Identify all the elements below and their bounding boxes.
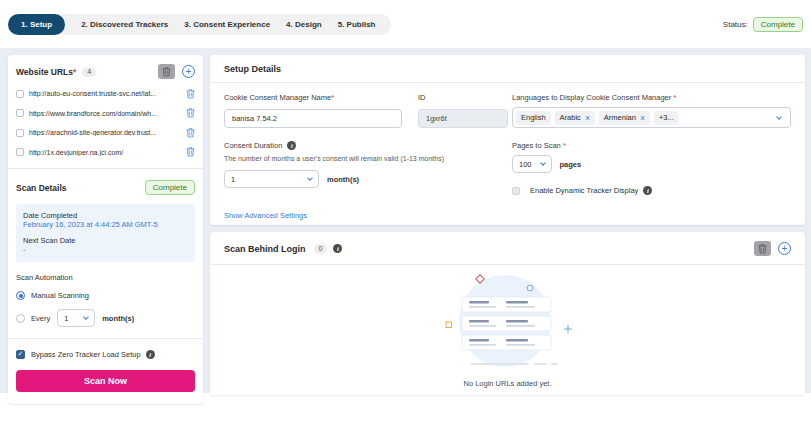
setup-details-panel: Setup Details Cookie Consent Manager Nam… [210, 55, 805, 225]
scan-dates-box: Date Completed February 16, 2023 at 4:44… [16, 204, 195, 262]
setup-stepper: 1. Setup 2. Discovered Trackers 3. Conse… [8, 14, 391, 35]
divider [8, 168, 203, 169]
empty-state-text: No Login URLs added yet. [464, 379, 552, 388]
scheduled-scanning-radio[interactable] [16, 314, 25, 323]
scan-behind-login-title: Scan Behind Login [224, 244, 306, 254]
languages-label: Languages to Display Cookie Consent Mana… [512, 93, 791, 102]
scan-details-header: Scan Details Complete [16, 180, 195, 195]
bypass-zero-tracker-checkbox[interactable] [16, 350, 25, 359]
bypass-zero-tracker-label: Bypass Zero Tracker Load Setup [31, 350, 141, 359]
ccm-id-input [418, 109, 508, 128]
empty-state-illustration [433, 271, 583, 375]
login-urls-empty-state: No Login URLs added yet. [224, 265, 791, 388]
language-overflow-tag[interactable]: +3... [654, 111, 679, 125]
dynamic-tracker-checkbox[interactable] [512, 187, 520, 195]
date-completed-label: Date Completed [23, 211, 188, 220]
ccm-name-input[interactable] [224, 109, 402, 128]
delete-url-icon[interactable] [186, 147, 195, 157]
url-text: https://arachnid-site-generator.dev.trus… [29, 129, 182, 136]
pages-unit-label: pages [560, 160, 582, 169]
divider [210, 82, 805, 83]
required-asterisk: * [331, 93, 334, 102]
step-publish[interactable]: 5. Publish [338, 20, 376, 29]
pages-to-scan-label: Pages to Scan * [512, 141, 791, 150]
dynamic-tracker-row: Enable Dynamic Tracker Display i [512, 186, 791, 195]
language-tag: Armenian× [599, 111, 650, 125]
info-icon[interactable]: i [333, 244, 342, 253]
step-design[interactable]: 4. Design [286, 20, 322, 29]
consent-duration-help: The number of months a user's consent wi… [224, 155, 512, 162]
scan-behind-login-panel: Scan Behind Login 0 i + [210, 232, 805, 395]
url-text: http://auto-eu-consent.truste-svc.net/la… [29, 90, 182, 97]
url-list-item: http://auto-eu-consent.truste-svc.net/la… [16, 89, 195, 99]
scan-interval-value: 1 [64, 314, 68, 323]
step-consent-experience[interactable]: 3. Consent Experience [184, 20, 270, 29]
language-tag: English [516, 111, 551, 125]
url-list-item: https://www.brandforce.com/domain/wh... [16, 108, 195, 118]
top-bar: 1. Setup 2. Discovered Trackers 3. Conse… [0, 0, 811, 48]
info-icon[interactable]: i [287, 141, 296, 150]
show-advanced-settings-link[interactable]: Show Advanced Settings [224, 211, 307, 220]
url-text: https://www.brandforce.com/domain/wh... [29, 110, 182, 117]
chevron-down-icon [776, 114, 782, 120]
required-asterisk: * [673, 93, 676, 102]
manual-scanning-label: Manual Scanning [31, 291, 89, 300]
scan-details-title: Scan Details [16, 183, 67, 193]
every-label: Every [31, 314, 50, 323]
consent-duration-label: Consent Duration [224, 141, 282, 150]
delete-url-icon[interactable] [186, 108, 195, 118]
trash-icon [162, 67, 171, 77]
scan-now-button[interactable]: Scan Now [16, 370, 195, 392]
next-scan-value: - [23, 245, 188, 254]
pages-to-scan-select[interactable]: 100 [512, 155, 552, 173]
scan-automation-label: Scan Automation [16, 273, 195, 282]
url-checkbox[interactable] [16, 109, 24, 117]
languages-multiselect[interactable]: English Arabic× Armenian× +3... [512, 107, 791, 128]
info-icon[interactable]: i [643, 186, 652, 195]
language-tag: Arabic× [555, 111, 595, 125]
status-label: Status: [723, 20, 748, 29]
chevron-down-icon [83, 314, 89, 320]
trash-icon [758, 244, 767, 254]
website-urls-count-badge: 4 [82, 67, 96, 77]
scan-behind-login-header: Scan Behind Login 0 i + [224, 241, 791, 256]
url-text: http://1x.devjuniper.na.jci.com/ [29, 149, 182, 156]
content-area: Website URLs* 4 + http://auto-eu-consent… [0, 48, 811, 393]
url-checkbox[interactable] [16, 90, 24, 98]
ccm-name-field-group: Cookie Consent Manager Name* [224, 93, 402, 128]
consent-duration-value: 1 [231, 175, 235, 184]
plus-icon: + [782, 244, 788, 254]
manual-scanning-radio[interactable] [16, 291, 25, 300]
scan-interval-select[interactable]: 1 [57, 309, 95, 327]
delete-urls-button[interactable] [158, 64, 175, 79]
delete-login-urls-button[interactable] [754, 241, 771, 256]
chevron-down-icon [307, 175, 313, 181]
next-scan-label: Next Scan Date [23, 236, 188, 245]
url-checkbox[interactable] [16, 129, 24, 137]
bypass-zero-tracker-row: Bypass Zero Tracker Load Setup i [16, 350, 195, 359]
consent-duration-select[interactable]: 1 [224, 170, 319, 188]
delete-url-icon[interactable] [186, 128, 195, 138]
info-icon[interactable]: i [146, 350, 155, 359]
date-completed-value: February 16, 2023 at 4:44:25 AM GMT-5 [23, 220, 188, 229]
ccm-name-label: Cookie Consent Manager Name* [224, 93, 402, 102]
website-urls-header: Website URLs* 4 + [16, 64, 195, 79]
website-urls-title: Website URLs* [16, 67, 76, 77]
login-urls-count-badge: 0 [314, 244, 328, 254]
setup-details-title: Setup Details [224, 64, 791, 74]
step-setup[interactable]: 1. Setup [8, 14, 65, 35]
main-column: Setup Details Cookie Consent Manager Nam… [210, 55, 805, 395]
scan-complete-badge: Complete [145, 180, 195, 195]
website-urls-panel: Website URLs* 4 + http://auto-eu-consent… [8, 55, 203, 404]
url-list-item: http://1x.devjuniper.na.jci.com/ [16, 147, 195, 157]
scheduled-scanning-option: Every 1 month(s) [16, 309, 195, 327]
remove-tag-icon[interactable]: × [640, 115, 645, 121]
url-checkbox[interactable] [16, 148, 24, 156]
remove-tag-icon[interactable]: × [585, 115, 590, 121]
step-discovered-trackers[interactable]: 2. Discovered Trackers [81, 20, 168, 29]
chevron-down-icon [540, 160, 546, 166]
delete-url-icon[interactable] [186, 89, 195, 99]
add-login-url-button[interactable]: + [778, 242, 791, 255]
status-badge: Complete [753, 17, 803, 32]
add-url-button[interactable]: + [182, 65, 195, 78]
